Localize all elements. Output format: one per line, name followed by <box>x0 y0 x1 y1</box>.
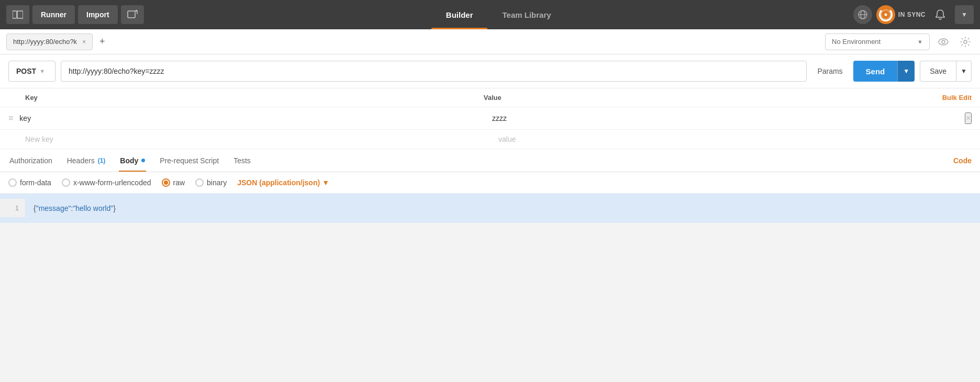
request-tabs: Authorization Headers (1) Body Pre-reque… <box>0 149 980 172</box>
raw-label: raw <box>173 178 185 187</box>
authorization-tab-label: Authorization <box>9 156 52 165</box>
method-arrow-icon: ▼ <box>39 68 45 74</box>
new-param-key-placeholder[interactable]: New key <box>25 135 498 143</box>
json-type-arrow-icon: ▼ <box>322 178 329 187</box>
sidebar-toggle-button[interactable] <box>6 5 29 24</box>
drag-handle-icon: ≡ <box>8 114 13 123</box>
code-line-1: 1 {"message":"hello world"} <box>0 194 980 223</box>
params-table-header: Key Value Bulk Edit <box>0 88 980 107</box>
nav-dropdown-button[interactable]: ▼ <box>955 5 974 24</box>
request-bar: POST ▼ Params Send ▼ Save ▼ <box>0 54 980 88</box>
url-tab-label: http://yyyy:80/echo?k <box>13 38 77 46</box>
svg-point-10 <box>883 12 888 17</box>
raw-radio[interactable] <box>162 178 170 187</box>
form-data-radio[interactable] <box>8 178 17 187</box>
environment-eye-button[interactable] <box>935 33 952 50</box>
settings-button[interactable] <box>957 33 974 50</box>
param-value-cell: zzzz <box>492 114 965 122</box>
environment-dropdown[interactable]: No Environment ▼ <box>825 33 930 50</box>
nav-right: IN SYNC ▼ <box>853 5 974 24</box>
code-editor: 1 {"message":"hello world"} <box>0 194 980 223</box>
sync-orange-icon <box>876 5 895 24</box>
binary-option[interactable]: binary <box>195 178 227 187</box>
params-button[interactable]: Params <box>812 61 848 82</box>
svg-rect-1 <box>17 11 23 18</box>
tab-authorization[interactable]: Authorization <box>8 149 53 172</box>
pre-request-tab-label: Pre-request Script <box>160 156 219 165</box>
body-dot-indicator <box>141 159 145 162</box>
svg-point-13 <box>942 40 945 43</box>
binary-label: binary <box>207 178 227 187</box>
send-button[interactable]: Send <box>853 61 898 82</box>
code-content-1[interactable]: {"message":"hello world"} <box>25 199 124 218</box>
svg-point-12 <box>939 39 948 45</box>
json-key: "message" <box>36 204 71 212</box>
environment-label: No Environment <box>832 38 881 46</box>
tab-pre-request[interactable]: Pre-request Script <box>159 149 220 172</box>
svg-point-11 <box>884 14 887 16</box>
delete-param-button[interactable]: × <box>965 113 972 124</box>
params-table: Key Value Bulk Edit ≡ key zzzz × New key… <box>0 88 980 149</box>
in-sync-label: IN SYNC <box>898 11 926 18</box>
binary-radio[interactable] <box>195 178 204 187</box>
top-nav: Runner Import Builder Team Library <box>0 0 980 29</box>
json-type-dropdown[interactable]: JSON (application/json) ▼ <box>237 178 329 187</box>
import-button[interactable]: Import <box>78 5 118 24</box>
params-row: ≡ key zzzz × <box>0 107 980 130</box>
add-tab-button[interactable]: + <box>95 35 109 49</box>
form-data-label: form-data <box>20 178 51 187</box>
save-group: Save ▼ <box>920 61 972 82</box>
new-param-value-placeholder[interactable]: value <box>498 135 972 143</box>
tab-builder[interactable]: Builder <box>431 0 488 29</box>
close-tab-button[interactable]: × <box>81 37 87 47</box>
urlencoded-option[interactable]: x-www-form-urlencoded <box>62 178 151 187</box>
url-input[interactable] <box>61 61 807 82</box>
tab-body[interactable]: Body <box>119 149 146 172</box>
tests-tab-label: Tests <box>233 156 251 165</box>
code-link-button[interactable]: Code <box>953 156 972 165</box>
svg-point-9 <box>881 10 890 19</box>
notification-button[interactable] <box>931 5 950 24</box>
value-column-header: Value <box>484 94 942 102</box>
tab-bar: http://yyyy:80/echo?k × + No Environment… <box>0 29 980 54</box>
form-data-option[interactable]: form-data <box>8 178 51 187</box>
key-column-header: Key <box>25 94 484 102</box>
method-label: POST <box>16 67 36 75</box>
json-type-label: JSON (application/json) <box>237 178 320 187</box>
line-number-1: 1 <box>0 199 25 217</box>
raw-option[interactable]: raw <box>162 178 185 187</box>
chevron-down-icon: ▼ <box>917 39 923 45</box>
sync-section: IN SYNC <box>853 5 926 24</box>
svg-rect-2 <box>128 11 135 18</box>
new-tab-button[interactable] <box>121 5 144 24</box>
send-dropdown-button[interactable]: ▼ <box>897 61 915 82</box>
svg-point-14 <box>964 40 967 43</box>
svg-rect-0 <box>13 11 17 18</box>
json-value: "hello world" <box>73 204 113 212</box>
urlencoded-radio[interactable] <box>62 178 70 187</box>
body-tab-label: Body <box>120 156 138 165</box>
save-dropdown-button[interactable]: ▼ <box>956 61 972 82</box>
tab-tests[interactable]: Tests <box>232 149 252 172</box>
method-dropdown[interactable]: POST ▼ <box>8 61 55 82</box>
close-brace: } <box>113 204 116 212</box>
urlencoded-label: x-www-form-urlencoded <box>73 178 151 187</box>
save-button[interactable]: Save <box>920 61 956 82</box>
param-key-cell: key <box>19 114 492 122</box>
tab-team-library[interactable]: Team Library <box>487 0 565 29</box>
nav-center-tabs: Builder Team Library <box>147 0 850 29</box>
request-tab[interactable]: http://yyyy:80/echo?k × <box>6 33 93 50</box>
runner-button[interactable]: Runner <box>32 5 75 24</box>
network-icon <box>853 5 872 24</box>
send-group: Send ▼ <box>853 61 915 82</box>
headers-badge: (1) <box>98 157 106 164</box>
bulk-edit-button[interactable]: Bulk Edit <box>942 94 972 102</box>
environment-section: No Environment ▼ <box>825 33 974 50</box>
new-param-row: New key value <box>0 130 980 149</box>
tab-headers[interactable]: Headers (1) <box>66 149 107 172</box>
body-options: form-data x-www-form-urlencoded raw bina… <box>0 172 980 194</box>
headers-tab-label: Headers <box>67 156 95 165</box>
